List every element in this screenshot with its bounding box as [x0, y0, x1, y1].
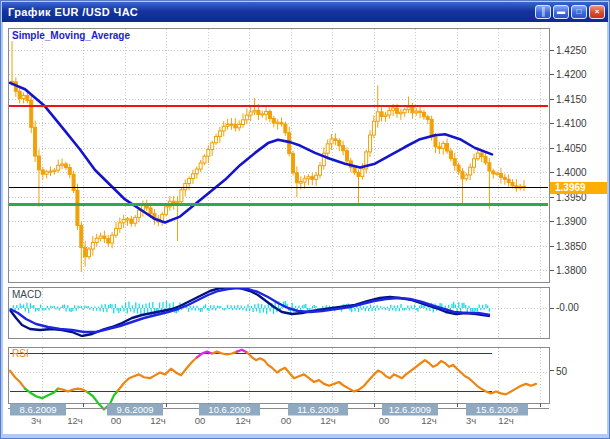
window-controls: ║ ▬ □ ×	[535, 5, 608, 19]
current-price-tag: 1.3969	[550, 182, 607, 194]
price-axis-label: 1.4050	[556, 143, 587, 154]
price-axis-label: 1.3850	[556, 241, 587, 252]
rsi-axis-label: 50	[556, 366, 567, 377]
main-chart-panel[interactable]	[8, 28, 550, 283]
window-title: График EUR /USD ЧАС	[2, 6, 138, 18]
price-axis-label: 1.4100	[556, 118, 587, 129]
macd-indicator-label: MACD	[12, 289, 41, 300]
price-axis-label: 1.3800	[556, 265, 587, 276]
price-axis-label: 1.4200	[556, 69, 587, 80]
macd-panel[interactable]	[8, 287, 550, 339]
titlebar[interactable]: График EUR /USD ЧАС ║ ▬ □ ×	[2, 2, 608, 22]
time-axis[interactable]	[8, 403, 550, 429]
price-axis-label: 1.3900	[556, 216, 587, 227]
rsi-panel[interactable]	[8, 347, 550, 404]
rsi-indicator-label: RSI	[12, 348, 29, 359]
restore-icon[interactable]: □	[571, 5, 587, 19]
price-axis-label: 1.4250	[556, 45, 587, 56]
price-axis-label: 1.4000	[556, 167, 587, 178]
close-icon[interactable]: ×	[589, 5, 605, 19]
price-axis-label: 1.4150	[556, 94, 587, 105]
minimize-icon[interactable]: ▬	[553, 5, 569, 19]
macd-axis-label: -0.00	[556, 302, 579, 313]
price-axis[interactable]: 1.42501.42001.41501.41001.40501.40001.39…	[550, 28, 607, 403]
pause-icon[interactable]: ║	[535, 5, 551, 19]
sma-indicator-label: Simple_Moving_Average	[12, 30, 130, 41]
